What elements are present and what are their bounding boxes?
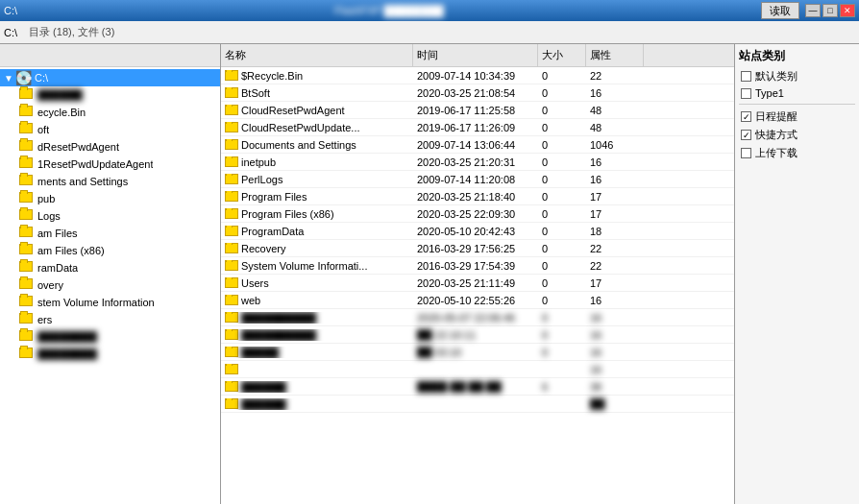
- checkbox-upload[interactable]: [741, 148, 751, 158]
- file-cell-time: 2019-06-17 11:25:58: [413, 105, 538, 116]
- folder-icon: [225, 174, 238, 184]
- col-header-size[interactable]: 大小: [538, 44, 586, 66]
- tree-item-progdata[interactable]: ramData: [0, 259, 220, 276]
- file-cell-time: 2009-07-14 10:34:39: [413, 70, 538, 82]
- file-row[interactable]: ██████████-██ ██:██638: [221, 378, 734, 396]
- tree-item-blurred2[interactable]: ████████: [0, 328, 220, 346]
- file-cell-size: 0: [538, 174, 586, 185]
- col-header-attr[interactable]: 属性: [586, 44, 644, 66]
- file-row[interactable]: Documents and Settings2009-07-14 13:06:4…: [221, 136, 734, 154]
- file-cell-name: inetpub: [221, 156, 413, 168]
- checkbox-schedule[interactable]: [741, 111, 751, 122]
- file-cell-time: 2020-03-25 22:09:30: [413, 208, 538, 220]
- file-row[interactable]: PerlLogs2009-07-14 11:20:08016: [221, 171, 734, 188]
- file-row[interactable]: Recovery2016-03-29 17:56:25022: [221, 240, 734, 257]
- window-controls[interactable]: — □ ✕: [805, 4, 855, 17]
- file-cell-size: 0: [538, 312, 586, 324]
- tree-item-recovery[interactable]: overy: [0, 276, 220, 294]
- folder-icon: [19, 140, 35, 154]
- file-name-text: Program Files: [241, 191, 307, 203]
- file-cell-name: PerlLogs: [221, 174, 413, 185]
- checkbox-shortcut[interactable]: [741, 130, 751, 140]
- file-cell-attr: 1046: [586, 139, 644, 151]
- tree-item-soft[interactable]: oft: [0, 121, 220, 138]
- file-row[interactable]: web2020-05-10 22:55:26016: [221, 292, 734, 309]
- tree-item-sysvolinfo[interactable]: stem Volume Information: [0, 294, 220, 311]
- file-row[interactable]: System Volume Informati...2016-03-29 17:…: [221, 257, 734, 275]
- file-row[interactable]: CloudResetPwdUpdate...2019-06-17 11:26:0…: [221, 119, 734, 136]
- file-cell-name: Program Files (x86): [221, 208, 413, 220]
- col-header-name[interactable]: 名称: [221, 44, 413, 66]
- file-row[interactable]: CloudResetPwdAgent2019-06-17 11:25:58048: [221, 102, 734, 119]
- right-item-upload[interactable]: 上传下载: [739, 145, 855, 161]
- folder-icon: [225, 208, 238, 219]
- col-header-time[interactable]: 时间: [413, 44, 538, 66]
- right-item-type1[interactable]: Type1: [739, 86, 855, 100]
- tree-item-blurred3[interactable]: ████████: [0, 346, 220, 363]
- tree-item-blurred1[interactable]: ██████: [0, 86, 220, 104]
- file-cell-size: 0: [538, 260, 586, 272]
- expand-icon: ▼: [4, 73, 15, 84]
- file-row[interactable]: inetpub2020-03-25 21:20:31016: [221, 154, 734, 171]
- tree-item-cloudpwd[interactable]: dResetPwdAgent: [0, 138, 220, 156]
- file-row[interactable]: ██████████2020-05-07 22:06:46016: [221, 309, 734, 326]
- close-button[interactable]: ✕: [840, 4, 855, 17]
- folder-icon: [225, 260, 238, 271]
- checkbox-type1[interactable]: [741, 88, 751, 99]
- file-cell-name: [221, 364, 413, 374]
- file-cell-time: 2019-06-17 11:26:09: [413, 122, 538, 133]
- minimize-button[interactable]: —: [805, 4, 821, 17]
- tree-label-users: ers: [37, 314, 52, 325]
- file-cell-size: 0: [538, 329, 586, 341]
- file-row[interactable]: Users2020-03-25 21:11:49017: [221, 275, 734, 292]
- dir-info: 目录 (18), 文件 (3): [29, 25, 114, 39]
- maximize-button[interactable]: □: [822, 4, 838, 17]
- tree-label-docset: ments and Settings: [37, 176, 128, 187]
- folder-icon: [225, 277, 238, 288]
- tree-item-users[interactable]: ers: [0, 311, 220, 328]
- tree-item-inetpub[interactable]: pub: [0, 190, 220, 207]
- folder-icon: [19, 88, 35, 102]
- tree-content[interactable]: ▼ 💽 C:\ ██████ ecycle.Bin oft dResetPwdA…: [0, 67, 220, 504]
- file-row[interactable]: ███████ 03:10016: [221, 344, 734, 361]
- file-cell-attr: 16: [586, 295, 644, 306]
- tree-item-perllogs[interactable]: Logs: [0, 207, 220, 225]
- file-cell-attr: 17: [586, 191, 644, 203]
- file-cell-attr: 38: [586, 381, 644, 393]
- folder-icon: [19, 192, 35, 205]
- right-item-schedule[interactable]: 日程提醒: [739, 108, 855, 125]
- tree-item-progfilesx86[interactable]: am Files (x86): [0, 242, 220, 259]
- file-cell-name: System Volume Informati...: [221, 260, 413, 272]
- right-item-default[interactable]: 默认类别: [739, 68, 855, 84]
- file-name-text: CloudResetPwdAgent: [241, 105, 345, 116]
- tree-item-root[interactable]: ▼ 💽 C:\: [0, 69, 220, 86]
- tree-label-blurred1: ██████: [37, 89, 83, 101]
- tree-item-progfiles[interactable]: am Files: [0, 225, 220, 242]
- folder-icon: [19, 330, 35, 344]
- file-list[interactable]: $Recycle.Bin2009-07-14 10:34:39022BtSoft…: [221, 67, 734, 504]
- read-button[interactable]: 读取: [761, 2, 799, 19]
- right-item-shortcut[interactable]: 快捷方式: [739, 127, 855, 143]
- file-cell-attr: 16: [586, 174, 644, 185]
- file-row[interactable]: $Recycle.Bin2009-07-14 10:34:39022: [221, 67, 734, 84]
- file-row[interactable]: ████████████ 22:10:11016: [221, 326, 734, 344]
- file-row[interactable]: ProgramData2020-05-10 20:42:43018: [221, 223, 734, 240]
- file-cell-name: Users: [221, 277, 413, 289]
- checkbox-default[interactable]: [741, 71, 751, 82]
- tree-item-docset[interactable]: ments and Settings: [0, 173, 220, 190]
- file-cell-name: CloudResetPwdAgent: [221, 105, 413, 116]
- file-name-text: System Volume Informati...: [241, 260, 367, 272]
- file-cell-name: BtSoft: [221, 87, 413, 99]
- file-cell-attr: 17: [586, 277, 644, 289]
- file-row[interactable]: ████████: [221, 396, 734, 413]
- file-row[interactable]: Program Files2020-03-25 21:18:40017: [221, 188, 734, 205]
- folder-icon: [225, 243, 238, 253]
- file-row[interactable]: 16: [221, 361, 734, 378]
- file-cell-time: 2020-05-10 22:55:26: [413, 295, 538, 306]
- file-row[interactable]: BtSoft2020-03-25 21:08:54016: [221, 84, 734, 102]
- file-cell-size: 0: [538, 208, 586, 220]
- tree-item-cloudpwdup[interactable]: 1ResetPwdUpdateAgent: [0, 156, 220, 173]
- tree-item-recycle[interactable]: ecycle.Bin: [0, 104, 220, 121]
- tree-panel: ▼ 💽 C:\ ██████ ecycle.Bin oft dResetPwdA…: [0, 44, 221, 504]
- file-row[interactable]: Program Files (x86)2020-03-25 22:09:3001…: [221, 205, 734, 223]
